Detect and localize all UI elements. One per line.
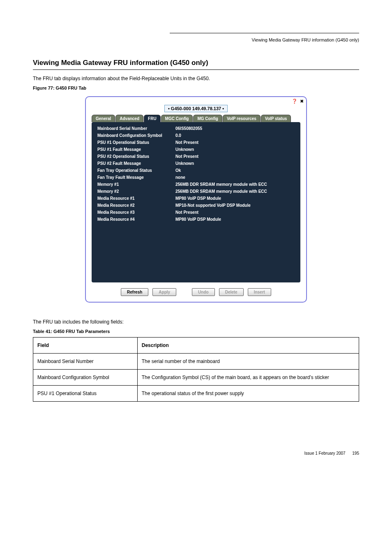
tab-advanced[interactable]: Advanced <box>115 115 143 122</box>
field-label: Media Resource #1 <box>97 196 175 201</box>
field-value: MP80 VoIP DSP Module <box>175 217 221 222</box>
field-label: PSU #1 Operational Status <box>97 140 175 145</box>
table-row: Mainboard Configuration Symbol The Confi… <box>33 370 359 386</box>
tab-general[interactable]: General <box>92 115 115 122</box>
field-label: Mainboard Serial Number <box>97 126 175 131</box>
field-label: Mainboard Configuration Symbol <box>97 133 175 138</box>
button-bar: Refresh Apply Undo Delete Insert <box>86 282 306 302</box>
tab-voip-resources[interactable]: VoIP resources <box>223 115 261 122</box>
apply-button[interactable]: Apply <box>152 288 176 296</box>
tab-mg-config[interactable]: MG Config <box>193 115 222 122</box>
screenshot-panel: ❓ ✖ • G450-000 149.49.78.137 • General A… <box>85 96 307 303</box>
tab-voip-status[interactable]: VoIP status <box>261 115 291 122</box>
tab-bar: General Advanced FRU MGC Config MG Confi… <box>86 115 306 122</box>
field-value: Not Present <box>175 154 198 159</box>
intro-paragraph: The FRU tab displays information about t… <box>33 76 359 81</box>
page-footer: Issue 1 February 2007 195 <box>33 451 359 456</box>
close-icon[interactable]: ✖ <box>300 99 304 104</box>
field-label: Memory #2 <box>97 189 175 194</box>
field-value: Ok <box>175 168 181 173</box>
table-cell: The serial number of the mainboard <box>137 354 359 370</box>
field-value: MP10-Not supported VoIP DSP Module <box>175 203 251 208</box>
section-heading: Viewing Media Gateway FRU information (G… <box>33 59 359 67</box>
tab-fru[interactable]: FRU <box>144 115 161 122</box>
footer-page-number: 195 <box>352 451 359 456</box>
field-label: PSU #1 Fault Message <box>97 147 175 152</box>
field-value: MP80 VoIP DSP Module <box>175 196 221 201</box>
field-label: Media Resource #3 <box>97 210 175 215</box>
field-value: Unknown <box>175 161 194 166</box>
footer-issue: Issue 1 February 2007 <box>304 451 346 456</box>
fields-table: Field Description Mainboard Serial Numbe… <box>33 337 359 402</box>
fru-panel: Mainboard Serial Number06IS50802055 Main… <box>92 122 300 282</box>
table-header-field: Field <box>33 338 138 354</box>
running-header: Viewing Media Gateway FRU information (G… <box>33 37 359 42</box>
tab-mgc-config[interactable]: MGC Config <box>161 115 193 122</box>
field-label: Fan Tray Operational Status <box>97 168 175 173</box>
field-label: Media Resource #2 <box>97 203 175 208</box>
delete-button[interactable]: Delete <box>219 288 244 296</box>
table-header-description: Description <box>137 338 359 354</box>
field-label: Media Resource #4 <box>97 217 175 222</box>
device-title-pill: • G450-000 149.49.78.137 • <box>164 105 228 112</box>
field-label: PSU #2 Fault Message <box>97 161 175 166</box>
field-value: 06IS50802055 <box>175 126 202 131</box>
field-label: Fan Tray Fault Message <box>97 175 175 180</box>
field-value: Unknown <box>175 147 194 152</box>
field-value: none <box>175 175 185 180</box>
field-value: Not Present <box>175 140 198 145</box>
table-row: Mainboard Serial Number The serial numbe… <box>33 354 359 370</box>
table-cell: PSU #1 Operational Status <box>33 386 138 402</box>
table-cell: Mainboard Configuration Symbol <box>33 370 138 386</box>
help-icon[interactable]: ❓ <box>292 99 297 104</box>
field-value: 256MB DDR SRDAM memory module with ECC <box>175 189 267 194</box>
table-cell: The Configuration Symbol (CS) of the mai… <box>137 370 359 386</box>
field-label: Memory #1 <box>97 182 175 187</box>
field-value: 256MB DDR SRDAM memory module with ECC <box>175 182 267 187</box>
insert-button[interactable]: Insert <box>248 288 271 296</box>
table-cell: The operational status of the first powe… <box>137 386 359 402</box>
field-value: 0.0 <box>175 133 181 138</box>
figure-caption: Figure 77: G450 FRU Tab <box>33 86 359 90</box>
undo-button[interactable]: Undo <box>192 288 215 296</box>
field-label: PSU #2 Operational Status <box>97 154 175 159</box>
refresh-button[interactable]: Refresh <box>121 288 148 296</box>
table-row: PSU #1 Operational Status The operationa… <box>33 386 359 402</box>
table-intro: The FRU tab includes the following field… <box>33 319 359 325</box>
table-cell: Mainboard Serial Number <box>33 354 138 370</box>
table-caption: Table 41: G450 FRU Tab Parameters <box>33 329 359 334</box>
field-value: Not Present <box>175 210 198 215</box>
